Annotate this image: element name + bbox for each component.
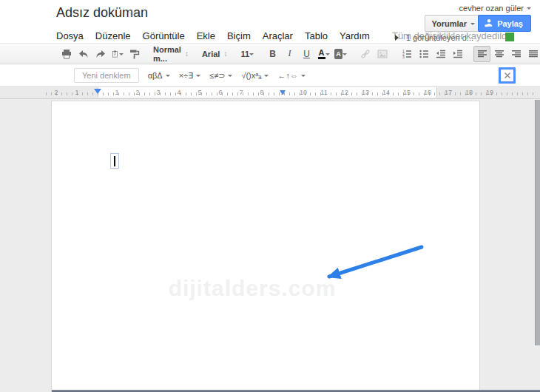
left-indent-marker[interactable] [94,89,101,98]
share-person-lock-icon [483,18,494,29]
chevron-down-icon [301,75,306,79]
close-icon [502,70,513,81]
paint-format-button[interactable] [126,46,143,62]
comments-button[interactable]: Yorumlar [425,15,482,32]
justify-icon [527,48,539,60]
ruler-label: 1 [115,89,118,96]
google-docs-window: Adsız doküman ☆ cevher ozan güler Yoruml… [0,0,540,392]
document-area: dijitalders.com [0,99,540,392]
chevron-down-icon [342,53,347,58]
arrows-dropdown[interactable]: ←↑⇔ [277,71,306,80]
highlight-color-button[interactable]: A [332,46,349,62]
align-center-button[interactable] [490,46,507,62]
annotation-arrow [307,240,429,286]
print-button[interactable] [58,46,75,62]
undo-icon [78,48,90,60]
print-icon [61,48,72,60]
paragraph-style-selector[interactable]: Normal m... ↕ [150,46,192,62]
clipboard-icon [111,48,119,60]
menu-tablo[interactable]: Tablo [305,30,328,41]
ruler-label: 2 [54,89,58,96]
menu-goruntule[interactable]: Görüntüle [143,30,185,41]
paragraph-style-value: Normal m... [153,45,181,63]
ruler-label: 16 [424,89,431,96]
ruler-label: 7 [239,89,243,96]
ruler-label: 5 [198,89,201,96]
redo-button[interactable] [92,46,109,62]
ruler-label: 6 [218,89,222,96]
account-menu[interactable]: cevher ozan güler [459,4,531,13]
viewers-label: 1 görüntüleyen d... [406,33,473,42]
vertical-scrollbar[interactable] [535,100,540,345]
share-button[interactable]: Paylaş [478,15,531,32]
menu-duzenle[interactable]: Düzenle [95,30,131,41]
underline-button[interactable]: U [298,46,315,62]
italic-glyph: I [288,48,291,59]
new-equation-button[interactable]: Yeni denklem [74,68,139,83]
close-equation-toolbar-button[interactable] [499,67,516,84]
chevron-down-icon [470,23,475,27]
bullet-list-button[interactable] [415,46,432,62]
ruler-label: 18 [465,89,473,96]
share-button-label: Paylaş [497,19,523,28]
ruler-label: 13 [362,89,369,96]
misc-operations-dropdown[interactable]: ×÷∃ [179,71,200,81]
chevron-down-icon [264,75,269,79]
comments-button-label: Yorumlar [432,19,467,28]
indent-marker[interactable] [280,90,286,98]
bold-glyph: B [269,49,276,59]
bold-button[interactable]: B [264,46,281,62]
outdent-icon [435,48,447,60]
document-page[interactable]: dijitalders.com [52,101,479,392]
menu-bicim[interactable]: Biçim [227,30,251,41]
star-icon[interactable]: ☆ [127,7,137,20]
ruler-label: 12 [341,89,348,96]
menu-ekle[interactable]: Ekle [197,30,215,41]
align-left-icon [476,48,488,60]
menu-dosya[interactable]: Dosya [56,30,84,41]
link-icon [360,48,371,60]
relations-dropdown[interactable]: ≤≠⊃ [209,71,232,81]
greek-letters-dropdown[interactable]: αβΔ [148,71,170,80]
menu-yardim[interactable]: Yardım [340,30,370,41]
relations-label: ≤≠⊃ [209,71,225,81]
ruler-label: 17 [445,89,452,96]
insert-link-button[interactable] [357,46,374,62]
ruler-label: 14 [382,89,390,96]
paste-button[interactable] [109,46,126,62]
justify-button[interactable] [524,46,540,62]
ruler-label: 11 [320,89,327,96]
text-color-button[interactable]: A [315,46,332,62]
viewers-expander[interactable]: 1 görüntüleyen d... [395,33,473,42]
insert-image-button[interactable] [374,46,391,62]
indent-icon [452,48,464,60]
account-name: cevher ozan güler [459,4,524,13]
font-family-selector[interactable]: Arial ↕ [199,46,230,62]
ruler-label: 19 [486,89,493,96]
svg-text:3: 3 [402,54,405,58]
updown-arrows-icon: ↕ [185,50,189,58]
italic-button[interactable]: I [281,46,298,62]
decrease-indent-button[interactable] [432,46,449,62]
font-size-value: 11 [240,50,249,58]
ruler-ticks [46,92,537,95]
menu-araclar[interactable]: Araçlar [263,30,293,41]
chevron-down-icon [196,75,200,79]
chevron-down-icon [527,7,531,12]
align-right-button[interactable] [507,46,524,62]
numbered-list-button[interactable]: 1 2 3 [398,46,415,62]
font-size-selector[interactable]: 11 [237,46,257,62]
math-operations-dropdown[interactable]: √()xᵃₐ [241,71,269,80]
paint-roller-icon [129,48,141,60]
ruler-label: 3 [156,89,160,96]
chevron-down-icon [119,53,124,58]
font-family-value: Arial [202,50,220,58]
text-color-icon: A [318,49,325,59]
chevron-down-icon [249,53,254,58]
increase-indent-button[interactable] [449,46,466,62]
align-left-button[interactable] [473,46,490,62]
align-right-icon [510,48,522,60]
main-toolbar: Normal m... ↕ Arial ↕ 11 B I U A [0,43,540,64]
undo-button[interactable] [75,46,92,62]
ruler-label: 2 [135,89,139,96]
